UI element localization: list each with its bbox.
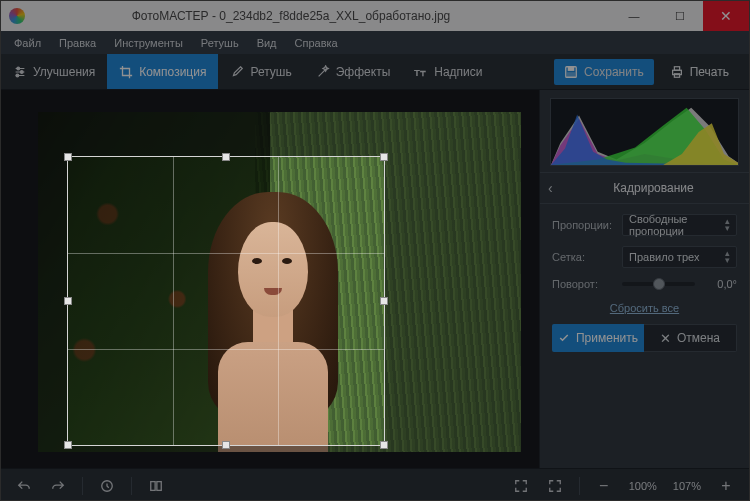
- menu-edit[interactable]: Правка: [52, 34, 103, 52]
- tab-composition[interactable]: Композиция: [107, 54, 218, 89]
- crop-frame[interactable]: [67, 156, 385, 446]
- redo-icon: [51, 479, 65, 493]
- svg-point-2: [16, 74, 19, 77]
- menu-view[interactable]: Вид: [250, 34, 284, 52]
- save-button[interactable]: Сохранить: [554, 59, 654, 85]
- crop-handle-mr[interactable]: [380, 297, 388, 305]
- minimize-button[interactable]: —: [611, 1, 657, 31]
- window-title: ФотоМАСТЕР - 0_234db2_f8dde25a_XXL_обраб…: [31, 9, 611, 23]
- toolbar: Улучшения Композиция Ретушь Эффекты Tᴛ Н…: [1, 54, 749, 90]
- menu-tools[interactable]: Инструменты: [107, 34, 190, 52]
- undo-icon: [17, 479, 31, 493]
- proportions-label: Пропорции:: [552, 219, 614, 231]
- divider: [579, 477, 580, 495]
- apply-button[interactable]: Применить: [552, 324, 644, 352]
- svg-rect-5: [568, 66, 573, 70]
- divider: [131, 477, 132, 495]
- svg-text:Tᴛ: Tᴛ: [414, 66, 426, 77]
- compare-icon: [149, 479, 163, 493]
- undo-button[interactable]: [11, 474, 37, 498]
- crop-handle-bc[interactable]: [222, 441, 230, 449]
- sliders-icon: [13, 65, 27, 79]
- divider: [82, 477, 83, 495]
- history-icon: [100, 479, 114, 493]
- titlebar: ФотоМАСТЕР - 0_234db2_f8dde25a_XXL_обраб…: [1, 1, 749, 31]
- rotate-label: Поворот:: [552, 278, 614, 290]
- crop-handle-ml[interactable]: [64, 297, 72, 305]
- menubar: Файл Правка Инструменты Ретушь Вид Справ…: [1, 31, 749, 54]
- statusbar: − 100% 107% +: [1, 468, 749, 501]
- tab-text[interactable]: Tᴛ Надписи: [402, 54, 494, 89]
- history-button[interactable]: [94, 474, 120, 498]
- expand-icon: [548, 479, 562, 493]
- cancel-button[interactable]: ✕ Отмена: [644, 324, 737, 352]
- svg-rect-12: [157, 481, 161, 490]
- fit-screen-button[interactable]: [508, 474, 534, 498]
- menu-file[interactable]: Файл: [7, 34, 48, 52]
- svg-point-1: [20, 70, 23, 73]
- crop-handle-bl[interactable]: [64, 441, 72, 449]
- zoom-out-value: 100%: [625, 480, 661, 492]
- print-icon: [670, 65, 684, 79]
- close-button[interactable]: ✕: [703, 1, 749, 31]
- crop-icon: [119, 65, 133, 79]
- crop-handle-tc[interactable]: [222, 153, 230, 161]
- menu-help[interactable]: Справка: [288, 34, 345, 52]
- zoom-out-button[interactable]: −: [591, 474, 617, 498]
- filename: 0_234db2_f8dde25a_XXL_обработано.jpg: [219, 9, 450, 23]
- zoom-in-value: 107%: [669, 480, 705, 492]
- svg-rect-9: [674, 73, 679, 77]
- tab-effects[interactable]: Эффекты: [304, 54, 403, 89]
- panel-header: ‹ Кадрирование: [540, 172, 749, 204]
- actual-size-button[interactable]: [542, 474, 568, 498]
- panel-title: Кадрирование: [566, 181, 741, 195]
- histogram: [550, 98, 739, 166]
- tab-enhance[interactable]: Улучшения: [1, 54, 107, 89]
- rotate-value: 0,0°: [703, 278, 737, 290]
- slider-thumb[interactable]: [653, 278, 665, 290]
- wand-icon: [316, 65, 330, 79]
- svg-rect-8: [674, 66, 679, 70]
- check-icon: [558, 332, 570, 344]
- app-name: ФотоМАСТЕР: [132, 9, 209, 23]
- menu-retouch[interactable]: Ретушь: [194, 34, 246, 52]
- compare-button[interactable]: [143, 474, 169, 498]
- grid-label: Сетка:: [552, 251, 614, 263]
- app-logo-icon: [9, 8, 25, 24]
- chevron-updown-icon: ▴▾: [725, 250, 730, 264]
- reset-link[interactable]: Сбросить все: [552, 302, 737, 314]
- proportions-select[interactable]: Свободные пропорции ▴▾: [622, 214, 737, 236]
- rotate-slider[interactable]: [622, 282, 695, 286]
- save-icon: [564, 65, 578, 79]
- svg-rect-6: [568, 72, 575, 76]
- zoom-in-button[interactable]: +: [713, 474, 739, 498]
- fit-icon: [514, 479, 528, 493]
- brush-icon: [230, 65, 244, 79]
- crop-handle-tl[interactable]: [64, 153, 72, 161]
- side-panel: ‹ Кадрирование Пропорции: Свободные проп…: [539, 90, 749, 468]
- crop-grid: [68, 157, 384, 445]
- close-icon: ✕: [660, 331, 671, 346]
- svg-rect-11: [151, 481, 155, 490]
- print-button[interactable]: Печать: [660, 59, 739, 85]
- chevron-updown-icon: ▴▾: [725, 218, 730, 232]
- text-icon: Tᴛ: [414, 65, 428, 79]
- redo-button[interactable]: [45, 474, 71, 498]
- tab-retouch[interactable]: Ретушь: [218, 54, 303, 89]
- window-controls: — ☐ ✕: [611, 1, 749, 31]
- back-button[interactable]: ‹: [548, 180, 566, 196]
- crop-handle-br[interactable]: [380, 441, 388, 449]
- maximize-button[interactable]: ☐: [657, 1, 703, 31]
- grid-select[interactable]: Правило трех ▴▾: [622, 246, 737, 268]
- canvas[interactable]: [1, 90, 539, 468]
- crop-handle-tr[interactable]: [380, 153, 388, 161]
- svg-point-0: [17, 67, 20, 70]
